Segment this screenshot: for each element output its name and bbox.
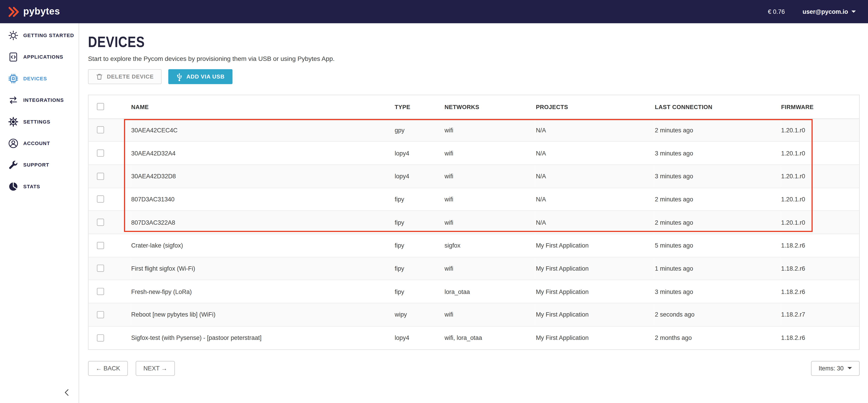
cell-networks: sigfox [444,234,535,257]
sidebar-item-devices[interactable]: DEVICES [0,67,79,89]
cell-projects: My First Application [535,280,654,303]
cell-last-connection: 3 minutes ago [654,165,781,188]
delete-device-label: DELETE DEVICE [107,73,154,80]
cell-firmware: 1.20.1.r0 [780,119,859,142]
row-checkbox[interactable] [97,265,104,272]
cell-firmware: 1.18.2.r6 [780,280,859,303]
main-content: DEVICES Start to explore the Pycom devic… [80,23,868,403]
sidebar-item-settings[interactable]: SETTINGS [0,111,79,132]
column-header-networks: NETWORKS [444,95,535,119]
cell-firmware: 1.18.2.r6 [780,234,859,257]
items-per-page-button[interactable]: Items: 30 [811,361,860,376]
row-checkbox[interactable] [97,196,104,203]
delete-device-button[interactable]: DELETE DEVICE [88,69,161,84]
sidebar-item-label: STATS [23,184,40,189]
sidebar-item-applications[interactable]: APPLICATIONS [0,46,79,67]
row-checkbox[interactable] [97,150,104,157]
user-email: user@pycom.io [803,8,848,15]
sidebar-item-label: SETTINGS [23,119,51,124]
add-via-usb-button[interactable]: ADD VIA USB [168,69,232,84]
cell-device-name: First flight sigfox (Wi-Fi) [130,257,394,280]
chevron-down-icon [851,10,856,13]
sidebar: GETTING STARTED APPLICATIONS DEVICES INT… [0,23,79,403]
cell-projects: N/A [535,165,654,188]
cell-firmware: 1.20.1.r0 [780,165,859,188]
table-row[interactable]: First flight sigfox (Wi-Fi) fipy wifi My… [89,257,859,280]
column-header-projects: PROJECTS [535,95,654,119]
cell-networks: wifi [444,257,535,280]
table-row[interactable]: 30AEA42D32D8 lopy4 wifi N/A 3 minutes ag… [89,165,859,188]
cell-device-type: fipy [394,211,444,234]
cell-firmware: 1.18.2.r6 [780,257,859,280]
cell-projects: My First Application [535,326,654,349]
sidebar-item-label: APPLICATIONS [23,54,63,60]
cell-projects: N/A [535,119,654,142]
sidebar-item-support[interactable]: SUPPORT [0,154,79,175]
cell-projects: My First Application [535,234,654,257]
column-header-name: NAME [130,95,394,119]
sidebar-item-getting-started[interactable]: GETTING STARTED [0,25,79,46]
column-header-type: TYPE [394,95,444,119]
cell-device-name: Crater-lake (sigfox) [130,234,394,257]
integrations-icon [8,95,18,105]
gear-outline-icon [8,30,18,40]
table-row[interactable]: 807D3AC322A8 fipy wifi N/A 2 minutes ago… [89,211,859,234]
cell-device-type: gpy [394,119,444,142]
table-row[interactable]: Fresh-new-fipy (LoRa) fipy lora_otaa My … [89,280,859,303]
items-per-page-label: Items: 30 [819,365,844,372]
table-row[interactable]: 30AEA42CEC4C gpy wifi N/A 2 minutes ago … [89,119,859,142]
cell-last-connection: 2 minutes ago [654,188,781,211]
sidebar-collapse-button[interactable] [61,386,73,399]
row-checkbox[interactable] [97,219,104,226]
cell-device-type: fipy [394,234,444,257]
cell-device-name: 30AEA42CEC4C [130,119,394,142]
table-row[interactable]: 30AEA42D32A4 lopy4 wifi N/A 3 minutes ag… [89,142,859,165]
cell-device-name: 807D3AC31340 [130,188,394,211]
cell-device-name: 30AEA42D32D8 [130,165,394,188]
table-row[interactable]: Crater-lake (sigfox) fipy sigfox My Firs… [89,234,859,257]
account-balance: € 0.76 [768,8,785,15]
cell-last-connection: 2 months ago [654,326,781,349]
row-checkbox[interactable] [97,126,104,134]
sidebar-item-integrations[interactable]: INTEGRATIONS [0,89,79,111]
device-table-body: 30AEA42CEC4C gpy wifi N/A 2 minutes ago … [89,119,859,349]
cell-device-type: wipy [394,303,444,326]
cell-device-name: 807D3AC322A8 [130,211,394,234]
table-row[interactable]: 807D3AC31340 fipy wifi N/A 2 minutes ago… [89,188,859,211]
table-row[interactable]: Reboot [new pybytes lib] (WiFi) wipy wif… [89,303,859,326]
topbar: pybytes € 0.76 user@pycom.io [0,0,868,23]
back-button[interactable]: ← BACK [88,361,128,376]
cell-last-connection: 5 minutes ago [654,234,781,257]
row-checkbox[interactable] [97,311,104,318]
settings-icon [8,117,18,126]
table-header-row: NAMETYPENETWORKSPROJECTSLAST CONNECTIONF… [89,95,859,119]
select-all-checkbox[interactable] [97,103,104,111]
cell-firmware: 1.18.2.r7 [780,303,859,326]
cell-networks: wifi [444,211,535,234]
row-checkbox[interactable] [97,334,104,341]
cell-device-type: lopy4 [394,326,444,349]
sidebar-item-account[interactable]: ACCOUNT [0,132,79,154]
user-menu[interactable]: user@pycom.io [803,8,856,15]
column-header-last-connection: LAST CONNECTION [654,95,781,119]
add-via-usb-label: ADD VIA USB [186,73,225,80]
brand-logo[interactable]: pybytes [8,6,60,18]
cell-projects: N/A [535,211,654,234]
pycom-chevrons-icon [8,6,19,18]
cell-projects: My First Application [535,257,654,280]
column-header-firmware: FIRMWARE [780,95,859,119]
row-checkbox[interactable] [97,173,104,180]
table-row[interactable]: Sigfox-test (with Pysense) - [pastoor pe… [89,326,859,349]
next-button[interactable]: NEXT → [135,361,175,376]
chevron-left-icon [62,388,71,397]
chevron-down-icon [847,367,852,370]
row-checkbox[interactable] [97,288,104,295]
cell-device-name: Fresh-new-fipy (LoRa) [130,280,394,303]
cell-last-connection: 3 minutes ago [654,142,781,165]
cell-networks: wifi [444,119,535,142]
sidebar-item-label: INTEGRATIONS [23,97,64,102]
cell-device-type: lopy4 [394,142,444,165]
cell-firmware: 1.20.1.r0 [780,142,859,165]
sidebar-item-stats[interactable]: STATS [0,176,79,197]
row-checkbox[interactable] [97,242,104,249]
